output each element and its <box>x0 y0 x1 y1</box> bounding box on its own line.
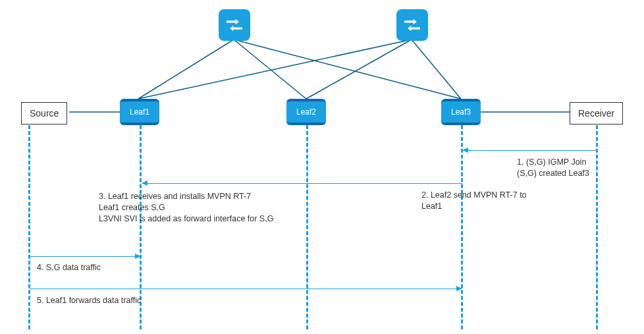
step-3-line3: L3VNI SVI is added as forward interface … <box>99 213 349 225</box>
receiver-host: Receiver <box>570 102 623 125</box>
step-3-annotation: 3. Leaf1 receives and installs MVPN RT-7… <box>99 191 349 225</box>
source-host: Source <box>21 102 67 125</box>
svg-line-0 <box>138 40 234 99</box>
lifeline-source <box>28 125 30 329</box>
leaf-3-label: Leaf3 <box>451 107 471 117</box>
svg-line-1 <box>234 40 306 99</box>
receiver-label: Receiver <box>578 108 614 119</box>
svg-line-2 <box>234 40 461 99</box>
msg-4-data-traffic <box>30 256 140 257</box>
switch-icon <box>401 14 423 36</box>
diagram-canvas: Leaf1 Leaf2 Leaf3 Source Receiver 1. (S,… <box>0 0 644 334</box>
msg-1-igmp-join <box>463 150 596 151</box>
step-4-annotation: 4. S,G data traffic <box>37 262 101 273</box>
step-1-line1: 1. (S,G) IGMP Join <box>517 157 629 168</box>
lifeline-leaf2 <box>306 125 308 329</box>
step-5-annotation: 5. Leaf1 forwards data traffic <box>37 295 141 306</box>
step-2-line1: 2. Leaf2 send MVPN RT-7 to <box>421 190 566 201</box>
leaf-1: Leaf1 <box>120 99 159 125</box>
step-2-line2: Leaf1 <box>421 201 566 212</box>
step-2-annotation: 2. Leaf2 send MVPN RT-7 to Leaf1 <box>421 190 566 212</box>
msg-2-mvpn-rt7 <box>142 183 462 184</box>
msg-5-forward <box>30 289 462 289</box>
leaf-2-label: Leaf2 <box>296 107 316 117</box>
step-1-annotation: 1. (S,G) IGMP Join (S,G) created Leaf3 <box>517 157 629 179</box>
leaf-3: Leaf3 <box>441 99 481 125</box>
step-3-line2: Leaf1 creates S,G <box>99 202 349 213</box>
svg-line-5 <box>412 40 461 99</box>
svg-line-4 <box>306 40 412 99</box>
lifeline-leaf3 <box>461 125 463 329</box>
step-3-line1: 3. Leaf1 receives and installs MVPN RT-7 <box>99 191 349 202</box>
leaf-1-label: Leaf1 <box>130 107 149 117</box>
step-1-line2: (S,G) created Leaf3 <box>517 168 629 179</box>
lifeline-receiver <box>596 125 598 329</box>
switch-icon <box>223 14 246 36</box>
spine-switch-1 <box>219 9 250 41</box>
leaf-2: Leaf2 <box>286 99 326 125</box>
svg-line-3 <box>138 40 412 99</box>
source-label: Source <box>30 108 59 119</box>
spine-switch-2 <box>396 9 428 41</box>
